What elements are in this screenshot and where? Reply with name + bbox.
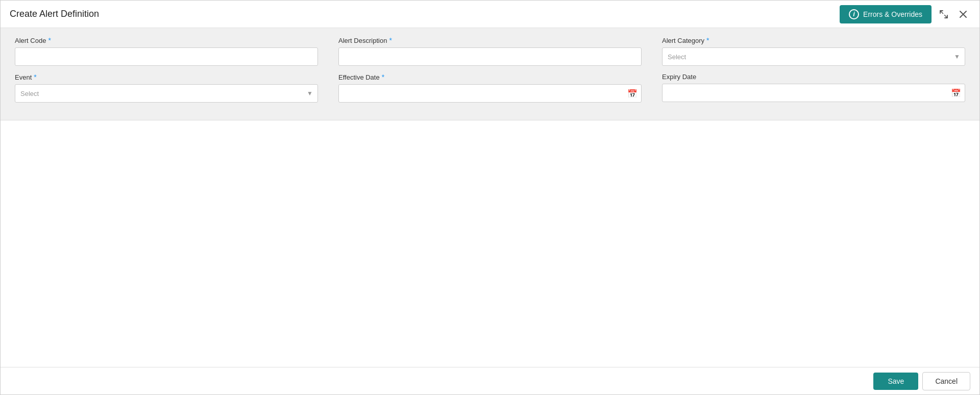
expiry-date-label: Expiry Date: [662, 73, 965, 81]
effective-date-group: Effective Date * 📅: [338, 73, 662, 103]
modal-content-area: [1, 120, 979, 367]
event-label: Event *: [15, 73, 318, 81]
cancel-button[interactable]: Cancel: [922, 372, 970, 390]
event-select[interactable]: Select: [15, 84, 318, 103]
alert-category-select[interactable]: Select: [662, 47, 965, 66]
modal-title: Create Alert Definition: [10, 9, 99, 19]
form-row-1: Alert Code * Alert Description * Alert C…: [15, 36, 965, 73]
form-row-2: Event * Select ▼ Effective Date *: [15, 73, 965, 110]
create-alert-definition-modal: Create Alert Definition i Errors & Overr…: [0, 0, 980, 395]
save-button[interactable]: Save: [873, 373, 918, 390]
alert-description-input[interactable]: [338, 47, 642, 66]
alert-code-input[interactable]: [15, 47, 318, 66]
alert-code-label: Alert Code *: [15, 36, 318, 44]
maximize-icon: [940, 10, 948, 18]
close-icon: [959, 10, 967, 18]
alert-category-group: Alert Category * Select ▼: [662, 36, 965, 66]
header-actions: i Errors & Overrides: [840, 5, 970, 23]
effective-date-required: *: [382, 73, 384, 81]
alert-category-label: Alert Category *: [662, 36, 965, 44]
effective-date-label: Effective Date *: [338, 73, 642, 81]
event-required: *: [34, 73, 36, 81]
errors-overrides-label: Errors & Overrides: [863, 10, 922, 18]
alert-category-select-wrapper: Select ▼: [662, 47, 965, 66]
alert-description-required: *: [389, 36, 391, 44]
form-section: Alert Code * Alert Description * Alert C…: [1, 28, 979, 120]
event-group: Event * Select ▼: [15, 73, 338, 103]
expiry-date-wrapper: 📅: [662, 84, 965, 102]
alert-code-required: *: [48, 36, 51, 44]
maximize-button[interactable]: [937, 8, 951, 20]
modal-body: Alert Code * Alert Description * Alert C…: [1, 28, 979, 367]
expiry-date-input[interactable]: [662, 84, 965, 102]
modal-header: Create Alert Definition i Errors & Overr…: [1, 1, 979, 28]
alert-description-group: Alert Description *: [338, 36, 662, 66]
alert-description-label: Alert Description *: [338, 36, 642, 44]
effective-date-input[interactable]: [338, 84, 642, 103]
errors-overrides-button[interactable]: i Errors & Overrides: [840, 5, 932, 23]
event-select-wrapper: Select ▼: [15, 84, 318, 103]
expiry-date-group: Expiry Date 📅: [662, 73, 965, 103]
alert-category-required: *: [706, 36, 709, 44]
alert-code-group: Alert Code *: [15, 36, 338, 66]
close-button[interactable]: [956, 8, 970, 20]
info-icon: i: [849, 9, 859, 19]
effective-date-wrapper: 📅: [338, 84, 642, 103]
modal-footer: Save Cancel: [1, 367, 979, 394]
